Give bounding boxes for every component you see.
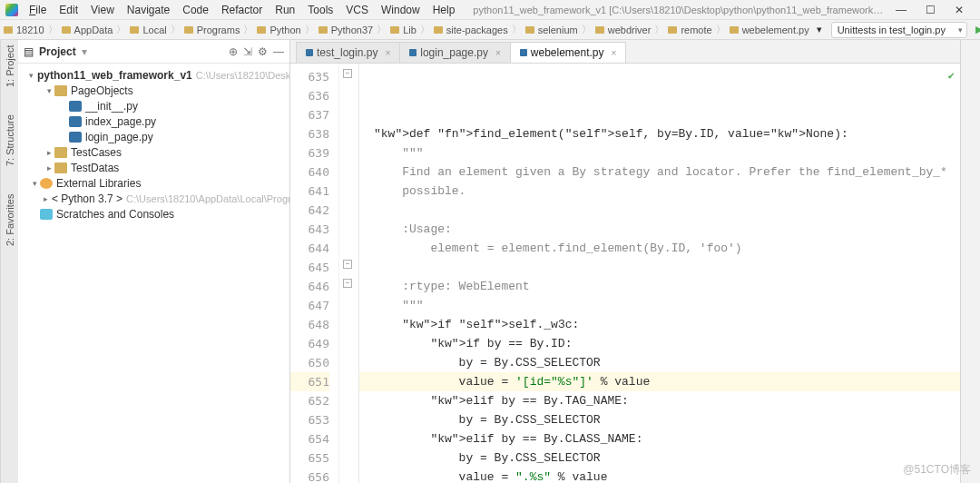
tree-file-login-page[interactable]: login_page.py [18,129,289,144]
minimize-button[interactable]: — [891,4,911,16]
code-line[interactable]: value = ".%s" % value [359,468,960,483]
tool-project[interactable]: 1: Project [5,45,15,87]
code-line[interactable]: by = By.CSS_SELECTOR [359,410,960,429]
menu-window[interactable]: Window [376,2,426,18]
add-config-icon[interactable]: ▾ [813,24,826,36]
close-button[interactable]: ✕ [949,4,969,16]
fold-toggle[interactable]: − [343,260,352,269]
code-line[interactable]: :Usage: [359,220,960,239]
code-editor[interactable]: 6356366376386396406416426436446456466476… [290,64,960,483]
menu-file[interactable]: File [24,2,52,18]
tree-file-index-page[interactable]: index_page.py [18,113,289,129]
tree-folder-testcases[interactable]: ▸TestCases [18,144,289,160]
tree-scratches[interactable]: Scratches and Consoles [18,206,289,222]
project-icon: ▤ [24,45,34,58]
code-line[interactable]: by = By.CSS_SELECTOR [359,448,960,468]
tab-webelement-py[interactable]: webelement.py× [510,42,627,63]
project-scroll-from-source-icon[interactable]: ⊕ [229,45,238,58]
window-title: python11_web_framework_v1 [C:\Users\1821… [473,5,884,15]
run-icon[interactable]: ▶ [973,24,980,36]
code-line[interactable]: "kw">if by == By.ID: [359,334,960,353]
toolbar-right: ▾ Unittests in test_login.py ▶ 🐞 ▶ ◉ ■ |… [813,22,980,38]
fold-toggle[interactable]: − [343,69,352,78]
left-tool-rail: 2: Favorites 7: Structure 1: Project [0,40,18,483]
code-line[interactable]: value = '[id="%s"]' % value [359,372,960,391]
project-tree[interactable]: ▾python11_web_framework_v1C:\Users\18210… [18,64,289,225]
menu-view[interactable]: View [85,2,120,18]
menu-edit[interactable]: Edit [54,2,83,18]
code-line[interactable]: element = element.find_element(By.ID, 'f… [359,239,960,258]
menu-code[interactable]: Code [177,2,214,18]
window-controls: — ☐ ✕ [886,4,975,16]
maximize-button[interactable]: ☐ [920,4,940,16]
tree-folder-testdatas[interactable]: ▸TestDatas [18,160,289,175]
line-gutter: 6356366376386396406416426436446456466476… [290,64,339,483]
code-line[interactable] [359,258,960,277]
menu-refactor[interactable]: Refactor [216,2,268,18]
editor-tabs: test_login.py×login_page.py×webelement.p… [290,40,960,64]
tree-python-sdk[interactable]: ▸< Python 3.7 >C:\Users\18210\AppData\Lo… [18,191,289,206]
code-line[interactable]: by = By.CSS_SELECTOR [359,353,960,372]
run-config-selector[interactable]: Unittests in test_login.py [831,22,967,38]
tool-structure[interactable]: 7: Structure [5,114,15,166]
code-line[interactable] [359,201,960,220]
code-line[interactable]: """ [359,296,960,315]
project-hide-icon[interactable]: — [273,45,284,58]
tab-close-icon[interactable]: × [612,48,617,58]
menu-navigate[interactable]: Navigate [122,2,175,18]
tree-external-libs[interactable]: ▾External Libraries [18,175,289,191]
tab-login_page-py[interactable]: login_page.py× [399,42,511,63]
code-line[interactable]: """ [359,143,960,163]
menu-bar: File Edit View Navigate Code Refactor Ru… [0,0,980,20]
tree-file-init[interactable]: __init__.py [18,98,289,113]
menu-tools[interactable]: Tools [302,2,338,18]
code-content[interactable]: ✔ "kw">def "fn">find_element("self">self… [359,64,960,483]
project-panel: ▤ Project ▾ ⊕ ⇲ ⚙ — ▾python11_web_framew… [18,40,290,483]
menu-vcs[interactable]: VCS [340,2,374,18]
code-line[interactable]: "kw">if "self">self._w3c: [359,315,960,334]
menu-help[interactable]: Help [427,2,461,18]
fold-gutter[interactable]: −−− [339,64,359,483]
tree-folder-pageobjects[interactable]: ▾PageObjects [18,83,289,98]
project-collapse-icon[interactable]: ⇲ [243,45,252,58]
code-line[interactable]: "kw">def "fn">find_element("self">self, … [359,124,960,143]
project-header: ▤ Project ▾ ⊕ ⇲ ⚙ — [18,40,289,64]
tab-test_login-py[interactable]: test_login.py× [296,42,400,63]
code-line[interactable]: :rtype: WebElement [359,277,960,296]
menu-run[interactable]: Run [270,2,300,18]
project-title: Project [39,45,76,58]
navigation-bar: 18210〉AppData〉Local〉Programs〉Python〉Pyth… [0,20,980,40]
code-line[interactable]: "kw">elif by == By.TAG_NAME: [359,391,960,410]
editor-area: test_login.py×login_page.py×webelement.p… [290,40,960,483]
project-settings-icon[interactable]: ⚙ [258,45,268,58]
inspection-ok-icon[interactable]: ✔ [948,67,955,86]
breadcrumb[interactable]: 18210〉AppData〉Local〉Programs〉Python〉Pyth… [4,23,809,36]
tool-favorites[interactable]: 2: Favorites [5,193,15,245]
app-icon [5,4,18,16]
code-line[interactable]: possible. [359,182,960,201]
tab-close-icon[interactable]: × [385,48,390,58]
run-config-label: Unittests in test_login.py [838,25,946,35]
code-line[interactable]: "kw">elif by == By.CLASS_NAME: [359,429,960,448]
tree-root[interactable]: ▾python11_web_framework_v1C:\Users\18210… [18,67,289,83]
tab-close-icon[interactable]: × [495,48,501,58]
right-tool-rail [960,40,980,483]
code-line[interactable]: Find an element given a By strategy and … [359,163,960,182]
fold-toggle[interactable]: − [343,279,352,288]
